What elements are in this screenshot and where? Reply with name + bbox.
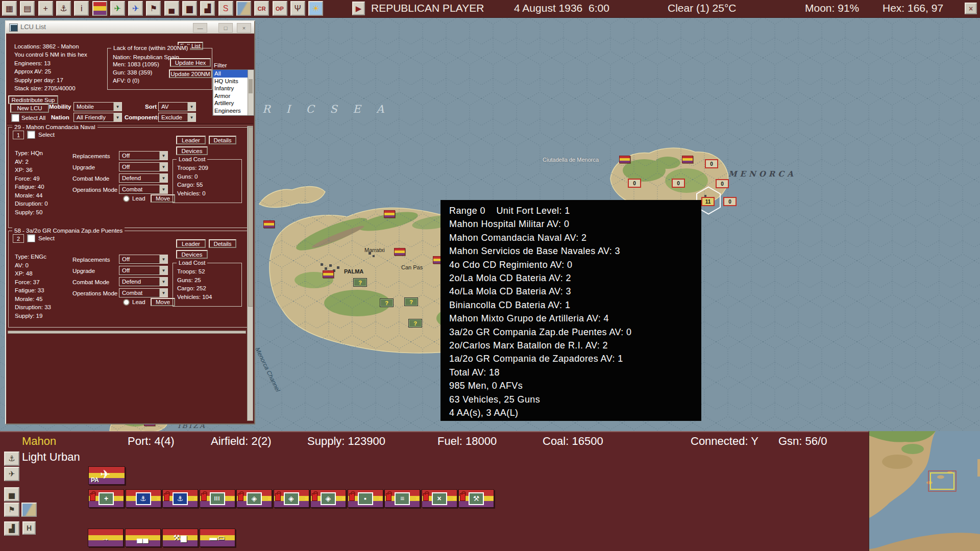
- devices-button[interactable]: Devices: [176, 146, 208, 155]
- window-scrollbar[interactable]: [247, 126, 253, 421]
- window-titlebar[interactable]: LCU List — □ ×: [6, 21, 254, 34]
- combat-report-icon[interactable]: CR: [254, 1, 269, 16]
- unit-select-checkbox[interactable]: [27, 234, 35, 242]
- lead-radio[interactable]: [123, 195, 130, 202]
- orders-report-icon[interactable]: ▤: [20, 1, 35, 16]
- chevron-down-icon[interactable]: ▼: [113, 113, 121, 121]
- combat-mode-dropdown[interactable]: Defend▼: [119, 173, 168, 183]
- small-craft-counter[interactable]: ▄▄: [125, 529, 161, 547]
- devices-button[interactable]: Devices: [176, 250, 208, 259]
- allied-air-icon[interactable]: ✈: [128, 1, 143, 16]
- airfield-icon[interactable]: ✈: [4, 467, 19, 481]
- replacements-dropdown[interactable]: Off▼: [119, 255, 168, 264]
- replacements-dropdown[interactable]: Off▼: [119, 151, 168, 160]
- coastal-defense-counter[interactable]: ◈=: [310, 489, 346, 508]
- select-all-checkbox[interactable]: [11, 114, 19, 122]
- supply-icon[interactable]: S: [218, 1, 233, 16]
- unit-value-badge[interactable]: 0: [672, 179, 685, 188]
- base-name[interactable]: Mahon: [22, 435, 56, 448]
- maximize-button[interactable]: □: [218, 23, 233, 33]
- naval-base-counter[interactable]: ⚓=: [162, 489, 198, 508]
- industry-icon[interactable]: ▟: [4, 521, 19, 536]
- weather-icon[interactable]: ☀: [308, 1, 323, 16]
- industry-icon[interactable]: ▟: [200, 1, 215, 16]
- infantry-battalion-counter[interactable]: III=: [200, 489, 235, 508]
- friendly-air-icon[interactable]: ✈: [110, 1, 125, 16]
- chevron-down-icon[interactable]: ▼: [187, 113, 195, 121]
- new-lcu-button[interactable]: New LCU: [10, 104, 49, 113]
- base-force-counter[interactable]: ▪=: [348, 489, 383, 508]
- air-group-counter[interactable]: ✈ PA: [88, 466, 125, 485]
- unknown-unit-counter[interactable]: ?: [380, 298, 394, 307]
- filter-scrollbar[interactable]: [248, 70, 254, 115]
- components-dropdown[interactable]: Exclude▼: [158, 113, 196, 122]
- unknown-unit-counter[interactable]: ?: [408, 319, 422, 328]
- objective-flag-icon[interactable]: ⚑: [146, 1, 161, 16]
- operations-mode-dropdown[interactable]: Combat▼: [119, 288, 168, 297]
- chevron-down-icon[interactable]: ▼: [113, 103, 121, 111]
- coastal-defense-counter[interactable]: ◈=: [236, 489, 272, 508]
- unit-flag-counter[interactable]: [384, 210, 395, 218]
- lead-radio[interactable]: [123, 299, 130, 306]
- next-turn-button[interactable]: ▶: [352, 2, 365, 15]
- close-game-button[interactable]: ×: [965, 3, 977, 14]
- task-force-icon[interactable]: ▆: [182, 1, 197, 16]
- unit-flag-counter[interactable]: [263, 220, 275, 228]
- engineer-counter[interactable]: ⚒=: [458, 489, 494, 508]
- artillery-counter[interactable]: ≡=: [384, 489, 420, 508]
- signal-intel-icon[interactable]: Ψ: [290, 1, 305, 16]
- unit-value-badge[interactable]: 11: [701, 197, 715, 206]
- update-hex-button[interactable]: Update Hex: [170, 58, 211, 67]
- unit-flag-counter[interactable]: [619, 156, 630, 163]
- unknown-unit-counter[interactable]: ?: [353, 278, 367, 287]
- naval-ships-icon[interactable]: ▅: [4, 487, 19, 502]
- move-button[interactable]: Move: [151, 194, 175, 203]
- coastal-defense-counter[interactable]: ◈=: [274, 489, 309, 508]
- unit-value-badge[interactable]: 0: [716, 179, 729, 188]
- unit-flag-counter[interactable]: [682, 156, 693, 163]
- unknown-unit-counter[interactable]: ?: [404, 297, 418, 306]
- ship-icon[interactable]: ▄: [164, 1, 179, 16]
- operations-mode-dropdown[interactable]: Combat▼: [119, 185, 168, 194]
- window-close-button[interactable]: ×: [237, 23, 251, 33]
- minimize-button[interactable]: —: [193, 23, 207, 33]
- flag-icon[interactable]: ⚑: [4, 503, 19, 517]
- unit-value-badge[interactable]: 0: [705, 159, 718, 168]
- republican-flag-icon[interactable]: [92, 1, 107, 16]
- details-button[interactable]: Details: [209, 239, 236, 248]
- port-anchor-icon[interactable]: ⚓: [4, 452, 19, 466]
- map-thumbnail-button[interactable]: [21, 503, 37, 517]
- naval-unit-list-icon[interactable]: ⚓: [56, 1, 71, 16]
- info-icon[interactable]: i: [74, 1, 89, 16]
- combat-mode-dropdown[interactable]: Defend▼: [119, 277, 168, 286]
- nation-dropdown[interactable]: All Friendly▼: [74, 113, 122, 122]
- unit-flag-counter[interactable]: [323, 270, 334, 278]
- barge-counter[interactable]: ▬▭: [200, 529, 235, 547]
- filter-listbox[interactable]: AllHQ UnitsInfantryArmorArtilleryEnginee…: [212, 69, 254, 116]
- strategic-map-icon[interactable]: [236, 1, 251, 16]
- unit-value-badge[interactable]: 0: [628, 179, 641, 188]
- naval-base-counter[interactable]: ⚓=: [126, 489, 161, 508]
- mobility-dropdown[interactable]: Mobile▼: [74, 102, 122, 111]
- details-button[interactable]: Details: [209, 136, 236, 144]
- update-200nm-button[interactable]: Update 200NM: [169, 69, 212, 78]
- upgrade-dropdown[interactable]: Off▼: [119, 162, 168, 171]
- repair-ship-counter[interactable]: →: [88, 529, 124, 547]
- leader-button[interactable]: Leader: [176, 239, 206, 248]
- leader-button[interactable]: Leader: [176, 136, 206, 144]
- redistribute-supply-button[interactable]: Redistribute Sup: [8, 95, 58, 104]
- tender-ship-counter[interactable]: ⚒▆: [162, 529, 198, 547]
- hex-toggle-button[interactable]: H: [22, 521, 36, 535]
- sort-dropdown[interactable]: AV▼: [158, 102, 196, 111]
- move-button[interactable]: Move: [151, 298, 175, 306]
- minimap[interactable]: [869, 431, 980, 551]
- operations-icon[interactable]: OP: [273, 1, 287, 16]
- upgrade-dropdown[interactable]: Off▼: [119, 266, 168, 275]
- ground-unit-list-icon[interactable]: +: [38, 1, 53, 16]
- unit-select-checkbox[interactable]: [27, 131, 35, 139]
- chevron-down-icon[interactable]: ▼: [187, 103, 195, 111]
- unit-flag-counter[interactable]: [394, 248, 405, 256]
- infantry-counter[interactable]: ×=: [422, 489, 457, 508]
- hq-counter[interactable]: +=: [88, 489, 124, 508]
- save-icon[interactable]: ▦: [2, 1, 17, 16]
